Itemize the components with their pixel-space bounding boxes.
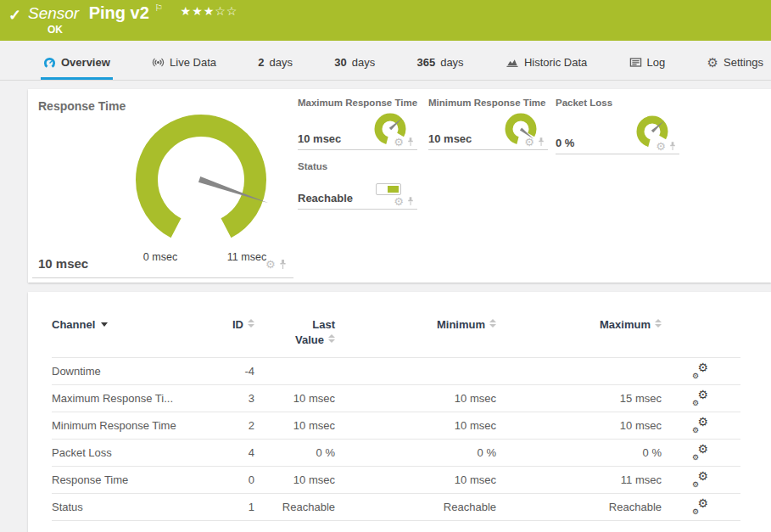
table-row[interactable]: Status 1 Reachable Reachable Reachable ⚙… (52, 494, 740, 521)
widget-title: Minimum Response Time (428, 98, 545, 108)
tab-settings[interactable]: ⚙ Settings (705, 56, 766, 80)
star-icon-filled[interactable]: ★ (204, 4, 215, 18)
table-row[interactable]: Downtime -4 ⚙⚙ (52, 358, 740, 385)
area-chart-icon (506, 56, 519, 69)
channel-name[interactable]: Downtime (52, 358, 217, 385)
table-row[interactable]: Response Time 0 10 msec 10 msec 11 msec … (52, 467, 740, 494)
channel-name[interactable]: Status (52, 494, 217, 521)
channel-settings-icon[interactable]: ⚙⚙ (692, 417, 708, 432)
gear-icon[interactable]: ⚙ (524, 138, 534, 147)
sort-icon (655, 319, 662, 328)
pin-icon[interactable] (407, 197, 414, 206)
channel-id: 1 (217, 494, 261, 521)
status-toggle (376, 183, 401, 195)
channel-minimum: 0 % (342, 440, 503, 467)
channel-last-value: 0 % (261, 440, 342, 467)
channel-last-value: 10 msec (261, 412, 342, 440)
widget-divider (32, 277, 293, 278)
table-header-row: Channel ID Last Value Minimum Maximum (52, 317, 740, 358)
prtg-sensor-page: ✓ Sensor Ping v2 ⚐ ★★★☆☆ OK Overview (0, 0, 771, 532)
status-badge: OK (47, 24, 63, 36)
tab-overview[interactable]: Overview (41, 56, 113, 80)
column-header-maximum[interactable]: Maximum (503, 317, 668, 358)
tab-label: days (352, 56, 375, 69)
gear-icon[interactable]: ⚙ (394, 138, 404, 147)
column-header-channel[interactable]: Channel (52, 317, 217, 358)
sort-icon (248, 319, 254, 328)
max-response-time-widget: Maximum Response Time 10 msec ⚙ (298, 98, 417, 150)
table-row[interactable]: Minimum Response Time 2 10 msec 10 msec … (52, 412, 740, 440)
broadcast-icon (152, 56, 165, 69)
tab-historic-data[interactable]: Historic Data (503, 56, 589, 80)
star-icon-empty[interactable]: ☆ (215, 4, 226, 18)
column-header-last-value[interactable]: Last Value (261, 317, 342, 358)
gear-icon[interactable]: ⚙ (265, 260, 276, 269)
star-icon-filled[interactable]: ★ (181, 4, 193, 18)
channel-settings-icon[interactable]: ⚙⚙ (692, 390, 708, 405)
sensor-header: ✓ Sensor Ping v2 ⚐ ★★★☆☆ OK (0, 0, 771, 41)
channel-name[interactable]: Maximum Response Ti... (52, 385, 217, 412)
tab-live-data[interactable]: Live Data (149, 56, 219, 80)
table-row[interactable]: Maximum Response Ti... 3 10 msec 10 msec… (52, 385, 740, 412)
channels-panel: Channel ID Last Value Minimum Maximum (28, 292, 771, 532)
channel-id: 3 (217, 385, 261, 412)
gauges-panel: Response Time 0 msec 11 msec 10 msec ⚙ M… (28, 89, 771, 283)
widget-value: 10 msec (298, 132, 341, 145)
sort-desc-icon (101, 322, 108, 327)
tab-30-days[interactable]: 30 days (332, 56, 377, 80)
pin-icon[interactable] (669, 142, 676, 151)
channel-last-value: 10 msec (261, 385, 342, 412)
star-icon-filled[interactable]: ★ (192, 4, 204, 18)
sort-icon (328, 334, 335, 343)
widget-value: 10 msec (428, 132, 472, 145)
channel-name[interactable]: Response Time (52, 467, 217, 494)
widget-actions: ⚙ (394, 197, 414, 206)
gauge-min-label: 0 msec (131, 251, 190, 263)
flag-icon[interactable]: ⚐ (154, 3, 163, 13)
pin-icon[interactable] (279, 260, 287, 270)
sensor-title: Sensor Ping v2 ⚐ ★★★☆☆ (28, 3, 237, 23)
status-widget: Status Reachable ⚙ (298, 161, 417, 210)
pin-icon[interactable] (538, 137, 545, 147)
response-time-value: 10 msec (38, 256, 88, 271)
pin-icon[interactable] (407, 137, 414, 147)
priority-rating[interactable]: ★★★☆☆ (181, 4, 238, 18)
channel-minimum: Reachable (342, 494, 503, 521)
response-time-gauge (131, 110, 271, 249)
sensor-name: Ping v2 (89, 3, 149, 22)
channel-settings-icon[interactable]: ⚙⚙ (692, 472, 708, 486)
channel-settings-icon[interactable]: ⚙⚙ (692, 445, 708, 459)
table-row[interactable]: Packet Loss 4 0 % 0 % 0 % ⚙⚙ (52, 440, 740, 467)
channel-last-value: Reachable (261, 494, 342, 521)
channel-settings-icon[interactable]: ⚙⚙ (692, 499, 708, 513)
widget-actions: ⚙ (656, 142, 676, 151)
channel-name[interactable]: Minimum Response Time (52, 412, 217, 440)
column-header-minimum[interactable]: Minimum (342, 317, 503, 358)
channel-id: 2 (217, 412, 261, 440)
channel-settings-icon[interactable]: ⚙⚙ (692, 363, 708, 378)
tab-365-days[interactable]: 365 days (414, 56, 466, 80)
tab-log[interactable]: Log (627, 56, 668, 80)
channel-id: 0 (217, 467, 261, 494)
log-icon (629, 56, 642, 69)
channel-minimum: 10 msec (342, 412, 503, 440)
gear-icon[interactable]: ⚙ (394, 198, 404, 206)
tab-number: 2 (258, 56, 264, 69)
widget-actions: ⚙ (394, 137, 414, 147)
channel-name[interactable]: Packet Loss (52, 440, 217, 467)
gear-icon[interactable]: ⚙ (656, 143, 666, 151)
gauge-icon (43, 56, 56, 69)
tab-label: Overview (61, 56, 110, 69)
tab-label: Log (647, 56, 666, 69)
widget-value: 0 % (556, 137, 574, 149)
channel-id: -4 (217, 358, 261, 385)
sensor-type-label: Sensor (28, 4, 79, 22)
channel-maximum: Reachable (503, 494, 668, 521)
channel-maximum: 15 msec (503, 385, 668, 412)
tab-bar: Overview Live Data 2 days 30 days 365 da… (0, 41, 771, 81)
tab-2-days[interactable]: 2 days (255, 56, 295, 80)
star-icon-empty[interactable]: ☆ (226, 4, 238, 18)
column-header-id[interactable]: ID (217, 317, 261, 358)
tab-label: Settings (724, 56, 763, 69)
tab-label: Live Data (170, 56, 216, 69)
